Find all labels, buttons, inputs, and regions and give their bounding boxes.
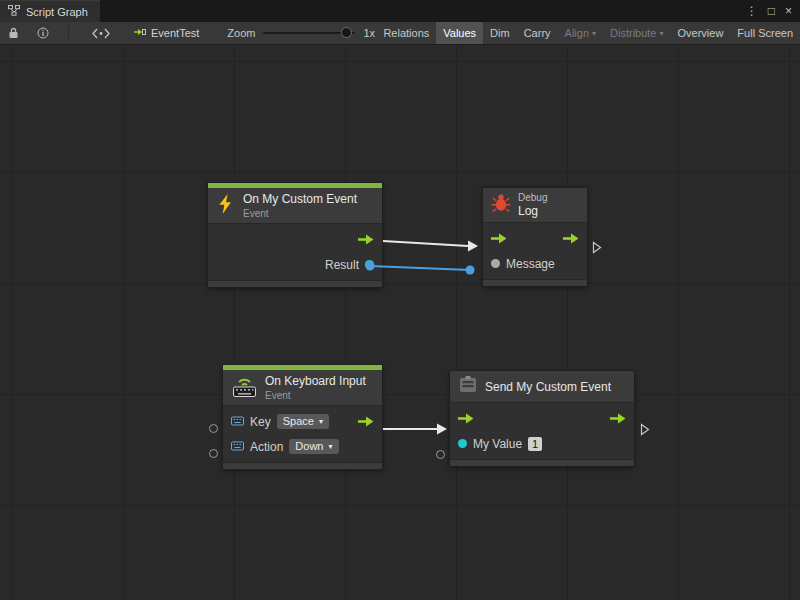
key-default-port-circle[interactable] bbox=[209, 424, 218, 433]
distribute-button[interactable]: Distribute ▾ bbox=[603, 22, 670, 44]
tab-title: Script Graph bbox=[26, 6, 88, 18]
relations-button[interactable]: Relations bbox=[376, 22, 436, 44]
values-label: Values bbox=[443, 27, 476, 39]
control-input-port[interactable] bbox=[458, 413, 474, 424]
fullscreen-button[interactable]: Full Screen bbox=[730, 22, 800, 44]
graph-canvas[interactable]: On My Custom Event Event Result bbox=[0, 45, 800, 600]
node-on-keyboard-input[interactable]: On Keyboard Input Event Key Space ▾ bbox=[223, 365, 382, 469]
control-input-port[interactable] bbox=[491, 233, 507, 244]
continuation-triangle-icon bbox=[640, 423, 650, 436]
key-port-label: Key bbox=[250, 415, 271, 429]
overview-button[interactable]: Overview bbox=[671, 22, 731, 44]
graph-name: EventTest bbox=[151, 27, 199, 39]
node-debug-log[interactable]: Debug Log Message bbox=[483, 188, 587, 286]
chevron-down-icon: ▾ bbox=[660, 29, 664, 38]
zoom-label: Zoom bbox=[227, 27, 255, 39]
node-surtitle: Debug bbox=[518, 192, 547, 203]
node-subtitle: Event bbox=[243, 208, 357, 219]
align-button[interactable]: Align ▾ bbox=[558, 22, 603, 44]
node-send-my-custom-event[interactable]: Send My Custom Event My Value bbox=[450, 371, 634, 466]
dim-label: Dim bbox=[490, 27, 510, 39]
result-port-label: Result bbox=[325, 258, 359, 272]
info-icon[interactable] bbox=[32, 22, 54, 44]
action-default-port-circle[interactable] bbox=[209, 449, 218, 458]
action-port-label: Action bbox=[250, 440, 283, 454]
key-dropdown[interactable]: Space ▾ bbox=[277, 414, 329, 429]
my-value-input-field[interactable]: 1 bbox=[528, 437, 542, 451]
node-footer bbox=[450, 459, 634, 466]
values-button[interactable]: Values bbox=[436, 22, 483, 44]
tab-script-graph[interactable]: Script Graph bbox=[0, 0, 100, 22]
align-label: Align bbox=[565, 27, 589, 39]
action-dropdown[interactable]: Down ▾ bbox=[289, 439, 338, 454]
my-value-default-port-circle[interactable] bbox=[436, 450, 445, 459]
graph-tab-icon bbox=[8, 5, 20, 18]
control-output-port[interactable] bbox=[358, 416, 374, 427]
keyboard-input-icon bbox=[231, 375, 258, 401]
result-value-output-port[interactable] bbox=[365, 260, 374, 269]
carry-label: Carry bbox=[524, 27, 551, 39]
my-value-input-port[interactable] bbox=[458, 439, 467, 448]
custom-event-icon bbox=[458, 375, 478, 398]
chevron-down-icon: ▾ bbox=[328, 442, 332, 451]
key-type-icon bbox=[231, 415, 244, 429]
graph-asset-icon bbox=[133, 26, 146, 40]
control-output-port[interactable] bbox=[563, 233, 579, 244]
graph-reference[interactable]: EventTest bbox=[133, 26, 199, 40]
bug-icon bbox=[491, 193, 511, 217]
control-output-port[interactable] bbox=[610, 413, 626, 424]
node-footer bbox=[483, 279, 587, 286]
fullscreen-label: Full Screen bbox=[737, 27, 793, 39]
lightning-bolt-icon bbox=[216, 193, 236, 218]
zoom-value: 1x bbox=[363, 27, 375, 39]
node-footer bbox=[223, 462, 382, 469]
dim-button[interactable]: Dim bbox=[483, 22, 517, 44]
window-menu-icon[interactable]: ⋮ bbox=[746, 5, 758, 17]
titlebar-spacer bbox=[100, 0, 746, 22]
node-title: On My Custom Event bbox=[243, 192, 357, 206]
overview-label: Overview bbox=[678, 27, 724, 39]
close-icon[interactable]: × bbox=[785, 5, 792, 17]
titlebar: Script Graph ⋮ □ × bbox=[0, 0, 800, 22]
node-title: Log bbox=[518, 204, 547, 218]
key-dropdown-value: Space bbox=[283, 415, 314, 427]
connection-wires bbox=[0, 45, 800, 600]
node-title: On Keyboard Input bbox=[265, 374, 366, 388]
lock-icon[interactable] bbox=[3, 22, 24, 44]
zoom-slider[interactable] bbox=[263, 32, 355, 34]
graph-toolbar: EventTest Zoom 1x Relations Values Dim C… bbox=[0, 22, 800, 45]
relations-label: Relations bbox=[383, 27, 429, 39]
node-on-my-custom-event[interactable]: On My Custom Event Event Result bbox=[208, 183, 382, 287]
maximize-icon[interactable]: □ bbox=[768, 5, 775, 17]
node-subtitle: Event bbox=[265, 390, 366, 401]
my-value-port-label: My Value bbox=[473, 437, 522, 451]
chevron-down-icon: ▾ bbox=[592, 29, 596, 38]
unity-script-graph-window: Script Graph ⋮ □ × bbox=[0, 0, 800, 600]
action-type-icon bbox=[231, 440, 244, 454]
message-port-label: Message bbox=[506, 257, 555, 271]
distribute-label: Distribute bbox=[610, 27, 656, 39]
carry-button[interactable]: Carry bbox=[517, 22, 558, 44]
chevron-down-icon: ▾ bbox=[319, 417, 323, 426]
message-value-input-port[interactable] bbox=[491, 259, 500, 268]
continuation-triangle-icon bbox=[592, 241, 602, 254]
toolbar-separator bbox=[68, 26, 69, 40]
code-view-icon[interactable] bbox=[87, 22, 115, 44]
zoom-slider-knob[interactable] bbox=[341, 27, 352, 38]
node-title: Send My Custom Event bbox=[485, 380, 611, 394]
control-output-port[interactable] bbox=[358, 234, 374, 245]
node-footer bbox=[208, 280, 382, 287]
action-dropdown-value: Down bbox=[295, 440, 323, 452]
